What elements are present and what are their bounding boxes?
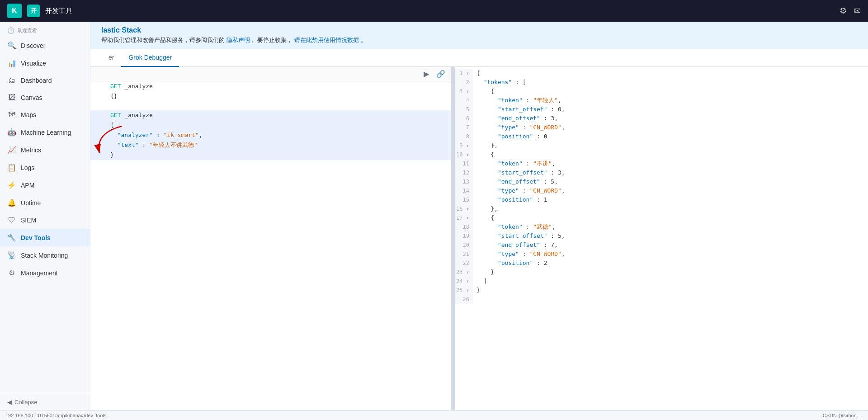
settings-icon[interactable]: ⚙: [840, 6, 847, 16]
sidebar-item-label: Visualize: [21, 60, 46, 67]
response-line: 25 ▾ }: [455, 286, 868, 295]
response-line: 6 "end_offset" : 3,: [455, 114, 868, 123]
collapse-button[interactable]: ◀ Collapse: [0, 394, 90, 410]
response-line: 12 "start_offset" : 3,: [455, 168, 868, 177]
siem-icon: 🛡: [7, 216, 16, 224]
sidebar-item-label: Canvas: [21, 94, 42, 101]
editor-panel: ▶ 🔗 GET _analyze {}: [90, 67, 452, 410]
editor-line: {}: [90, 91, 451, 101]
sidebar-item-dev-tools[interactable]: 🔧 Dev Tools: [0, 229, 90, 246]
visualize-icon: 📊: [7, 59, 16, 67]
canvas-icon: 🖼: [7, 94, 16, 102]
response-line: 23 ▾ }: [455, 268, 868, 277]
editor-line: GET _analyze: [90, 81, 451, 91]
sidebar-item-management[interactable]: ⚙ Management: [0, 264, 90, 282]
logs-icon: 📋: [7, 163, 16, 172]
editor-line-highlighted: GET _analyze: [90, 110, 451, 120]
tab-console[interactable]: er: [101, 49, 121, 67]
response-line: 8 "position" : 0: [455, 132, 868, 141]
sidebar-item-visualize[interactable]: 📊 Visualize: [0, 54, 90, 72]
response-line: 26: [455, 295, 868, 304]
response-line: 21 "type" : "CN_WORD",: [455, 250, 868, 259]
banner-title: lastic Stack: [101, 26, 857, 34]
response-line: 19 "start_offset" : 5,: [455, 231, 868, 241]
sidebar-item-label: Management: [21, 269, 58, 277]
response-line: 17 ▾ {: [455, 213, 868, 222]
response-line: 2 "tokens" : [: [455, 78, 868, 87]
sidebar-item-label: Maps: [21, 111, 36, 118]
sidebar-item-machine-learning[interactable]: 🤖 Machine Learning: [0, 123, 90, 141]
sidebar-item-label: Stack Monitoring: [21, 252, 68, 259]
disable-link[interactable]: 请在此禁用使用情况数据: [294, 37, 359, 43]
main-layout: 🕐 最近查看 🔍 Discover 📊 Visualize 🗂 Dashboar…: [0, 22, 868, 410]
clock-icon: 🕐: [7, 27, 14, 34]
response-line: 13 "end_offset" : 5,: [455, 177, 868, 186]
response-panel: 1 ▾ { 2 "tokens" : [ 3 ▾ {: [455, 67, 868, 410]
sidebar-item-maps[interactable]: 🗺 Maps: [0, 106, 90, 123]
sidebar-item-logs[interactable]: 📋 Logs: [0, 159, 90, 176]
sidebar-item-siem[interactable]: 🛡 SIEM: [0, 212, 90, 229]
response-line: 24 ▾ ]: [455, 277, 868, 286]
sidebar-item-uptime[interactable]: 🔔 Uptime: [0, 194, 90, 212]
response-line: 16 ▾ },: [455, 204, 868, 213]
topbar-left: K 开 开发工具: [7, 4, 72, 18]
topbar: K 开 开发工具 ⚙ ✉: [0, 0, 868, 22]
tabs-bar: er Grok Debugger: [90, 49, 868, 67]
sidebar-item-label: Logs: [21, 164, 34, 171]
response-line: 1 ▾ {: [455, 69, 868, 78]
maps-icon: 🗺: [7, 111, 16, 119]
response-line: 20 "end_offset" : 7,: [455, 241, 868, 250]
sidebar-item-label: SIEM: [21, 217, 36, 224]
banner-description: 帮助我们管理和改善产品和服务，请参阅我们的 隐私声明 。要停止收集， 请在此禁用…: [101, 36, 857, 44]
topbar-right: ⚙ ✉: [840, 6, 861, 16]
response-line: 18 "token" : "武德",: [455, 222, 868, 231]
response-line: 5 "start_offset" : 0,: [455, 105, 868, 114]
response-line: 22 "position" : 2: [455, 259, 868, 268]
editor-toolbar: ▶ 🔗: [90, 67, 451, 81]
sidebar-item-metrics[interactable]: 📈 Metrics: [0, 141, 90, 159]
recent-label: 🕐 最近查看: [0, 22, 90, 37]
response-line: 4 "token" : "年轻人",: [455, 96, 868, 105]
sidebar-item-canvas[interactable]: 🖼 Canvas: [0, 89, 90, 106]
management-icon: ⚙: [7, 269, 16, 277]
sidebar-item-label: Machine Learning: [21, 129, 71, 136]
sidebar-item-label: Uptime: [21, 199, 41, 207]
status-user: CSDN @simon-_-: [823, 413, 863, 418]
sidebar-item-label: Metrics: [21, 146, 41, 154]
sidebar-item-dashboard[interactable]: 🗂 Dashboard: [0, 72, 90, 89]
run-button[interactable]: ▶: [422, 69, 431, 79]
response-line: 10 ▾ {: [455, 150, 868, 159]
status-bar: 192.168.100.110:5601/app/kibana#/dev_too…: [0, 410, 868, 420]
response-content: 1 ▾ { 2 "tokens" : [ 3 ▾ {: [455, 67, 868, 306]
dashboard-icon: 🗂: [7, 76, 16, 85]
sidebar-item-stack-monitoring[interactable]: 📡 Stack Monitoring: [0, 246, 90, 264]
content-area: lastic Stack 帮助我们管理和改善产品和服务，请参阅我们的 隐私声明 …: [90, 22, 868, 410]
metrics-icon: 📈: [7, 146, 16, 154]
chevron-left-icon: ◀: [7, 399, 12, 406]
privacy-link[interactable]: 隐私声明: [226, 37, 250, 43]
devtools-content: ▶ 🔗 GET _analyze {}: [90, 67, 868, 410]
response-line: 14 "type" : "CN_WORD",: [455, 186, 868, 195]
response-line: 3 ▾ {: [455, 87, 868, 96]
app-icon[interactable]: 开: [27, 5, 40, 17]
sidebar-item-label: Discover: [21, 42, 45, 49]
dev-tools-icon: 🔧: [7, 233, 16, 242]
discover-icon: 🔍: [7, 41, 16, 50]
response-line: 11 "token" : "不讲",: [455, 159, 868, 168]
mail-icon[interactable]: ✉: [854, 6, 861, 16]
app-title: 开发工具: [45, 7, 72, 15]
response-line: 7 "type" : "CN_WORD",: [455, 123, 868, 132]
response-line: 9 ▾ },: [455, 141, 868, 150]
editor-line-highlighted: {: [90, 120, 451, 130]
editor-line: [90, 101, 451, 110]
apm-icon: ⚡: [7, 181, 16, 189]
sidebar-item-apm[interactable]: ⚡ APM: [0, 176, 90, 194]
uptime-icon: 🔔: [7, 198, 16, 207]
editor-area[interactable]: GET _analyze {}: [90, 81, 451, 410]
sidebar-item-label: Dev Tools: [21, 234, 51, 241]
kibana-logo[interactable]: K: [7, 4, 22, 18]
editor-line-highlighted: "analyzer" : "ik_smart",: [90, 130, 451, 140]
tab-grok-debugger[interactable]: Grok Debugger: [121, 49, 179, 67]
sidebar-item-discover[interactable]: 🔍 Discover: [0, 37, 90, 54]
settings-button[interactable]: 🔗: [434, 69, 447, 79]
